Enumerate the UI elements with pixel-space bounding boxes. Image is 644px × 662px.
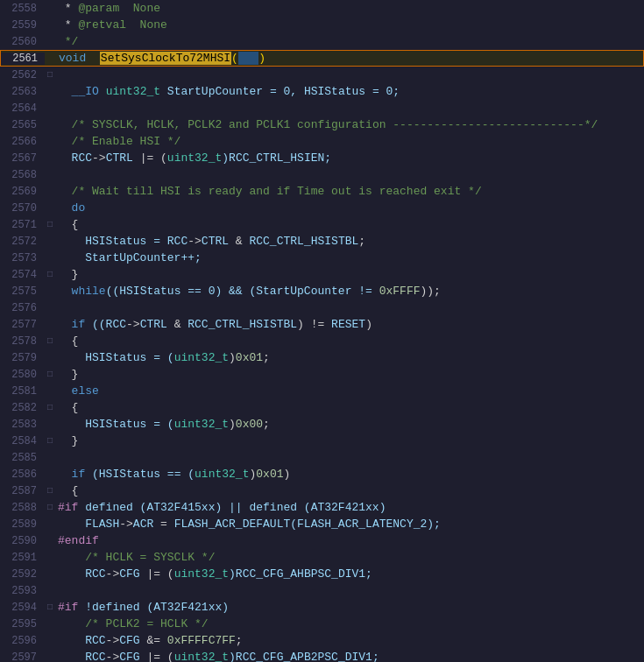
code-text: if ((RCC->CTRL & RCC_CTRL_HSISTBL) != RE… xyxy=(56,316,644,333)
code-editor[interactable]: 2558 * @param None2559 * @retval None256… xyxy=(0,0,644,662)
line-number: 2579 xyxy=(0,352,44,364)
line-number: 2563 xyxy=(0,86,44,98)
code-line[interactable]: 2585 xyxy=(0,449,644,466)
code-line[interactable]: 2586 if (HSIStatus == (uint32_t)0x01) xyxy=(0,466,644,482)
fold-icon[interactable]: □ xyxy=(44,403,56,412)
code-line[interactable]: 2589 FLASH->ACR = FLASH_ACR_DEFAULT(FLAS… xyxy=(0,516,644,532)
code-line[interactable]: 2595 /* PCLK2 = HCLK */ xyxy=(0,616,644,632)
fold-icon[interactable]: □ xyxy=(44,370,56,379)
code-text: { xyxy=(56,333,644,349)
code-line[interactable]: 2561void SetSysClockTo72MHSI( ) xyxy=(0,50,644,67)
line-number: 2587 xyxy=(0,485,44,497)
code-text: } xyxy=(56,366,644,383)
code-line[interactable]: 2587□ { xyxy=(0,482,644,499)
code-line[interactable]: 2593 xyxy=(0,582,644,599)
line-number: 2562 xyxy=(0,69,44,81)
line-number: 2590 xyxy=(0,535,44,547)
code-line[interactable]: 2594□#if !defined (AT32F421xx) xyxy=(0,599,644,616)
line-number: 2585 xyxy=(0,452,44,464)
code-text: { xyxy=(56,399,644,416)
code-line[interactable]: 2579 HSIStatus = (uint32_t)0x01; xyxy=(0,349,644,366)
code-text: } xyxy=(56,266,644,283)
code-line[interactable]: 2569 /* Wait till HSI is ready and if Ti… xyxy=(0,183,644,200)
code-line[interactable]: 2582□ { xyxy=(0,399,644,416)
code-text: RCC->CFG |= (uint32_t)RCC_CFG_APB2PSC_DI… xyxy=(56,649,644,662)
code-line[interactable]: 2584□ } xyxy=(0,433,644,449)
code-line[interactable]: 2578□ { xyxy=(0,333,644,349)
code-line[interactable]: 2581 else xyxy=(0,383,644,399)
code-text: __IO uint32_t StartUpCounter = 0, HSISta… xyxy=(56,83,644,100)
code-line[interactable]: 2560 */ xyxy=(0,33,644,50)
code-line[interactable]: 2572 HSIStatus = RCC->CTRL & RCC_CTRL_HS… xyxy=(0,233,644,250)
code-text: /* SYSCLK, HCLK, PCLK2 and PCLK1 configu… xyxy=(56,116,644,133)
fold-icon[interactable]: □ xyxy=(44,336,56,346)
code-line[interactable]: 2565 /* SYSCLK, HCLK, PCLK2 and PCLK1 co… xyxy=(0,116,644,133)
fold-icon[interactable]: □ xyxy=(44,602,56,612)
code-line[interactable]: 2559 * @retval None xyxy=(0,17,644,33)
code-line[interactable]: 2574□ } xyxy=(0,266,644,283)
code-line[interactable]: 2573 StartUpCounter++; xyxy=(0,250,644,266)
line-number: 2580 xyxy=(0,369,44,381)
code-line[interactable]: 2576 xyxy=(0,299,644,316)
line-number: 2559 xyxy=(0,19,44,32)
line-number: 2572 xyxy=(0,236,44,248)
fold-icon[interactable]: □ xyxy=(44,436,56,446)
code-text: FLASH->ACR = FLASH_ACR_DEFAULT(FLASH_ACR… xyxy=(56,516,644,532)
code-line[interactable]: 2592 RCC->CFG |= (uint32_t)RCC_CFG_AHBPS… xyxy=(0,566,644,582)
fold-icon[interactable]: □ xyxy=(44,70,56,80)
code-line[interactable]: 2562□ xyxy=(0,67,644,83)
code-text: #if !defined (AT32F421xx) xyxy=(56,599,644,616)
line-number: 2592 xyxy=(0,568,44,581)
code-line[interactable]: 2568 xyxy=(0,166,644,183)
code-line[interactable]: 2588□#if defined (AT32F415xx) || defined… xyxy=(0,499,644,516)
line-number: 2564 xyxy=(0,102,44,115)
fold-icon[interactable]: □ xyxy=(44,270,56,279)
code-text: { xyxy=(56,482,644,499)
line-number: 2568 xyxy=(0,169,44,181)
line-number: 2569 xyxy=(0,186,44,198)
code-line[interactable]: 2558 * @param None xyxy=(0,0,644,17)
fold-icon[interactable]: □ xyxy=(44,220,56,229)
code-text: while((HSIStatus == 0) && (StartUpCounte… xyxy=(56,283,644,299)
code-text: */ xyxy=(56,33,644,50)
code-line[interactable]: 2580□ } xyxy=(0,366,644,383)
code-line[interactable]: 2571□ { xyxy=(0,216,644,233)
line-number: 2578 xyxy=(0,335,44,348)
line-number: 2567 xyxy=(0,152,44,165)
line-number: 2584 xyxy=(0,435,44,447)
code-line[interactable]: 2567 RCC->CTRL |= (uint32_t)RCC_CTRL_HSI… xyxy=(0,150,644,166)
line-number: 2582 xyxy=(0,402,44,414)
code-line[interactable]: 2591 /* HCLK = SYSCLK */ xyxy=(0,549,644,566)
code-line[interactable]: 2590#endif xyxy=(0,532,644,549)
code-line[interactable]: 2563 __IO uint32_t StartUpCounter = 0, H… xyxy=(0,83,644,100)
code-line[interactable]: 2597 RCC->CFG |= (uint32_t)RCC_CFG_APB2P… xyxy=(0,649,644,662)
line-number: 2566 xyxy=(0,136,44,148)
line-number: 2577 xyxy=(0,319,44,331)
line-number: 2575 xyxy=(0,285,44,298)
line-number: 2594 xyxy=(0,602,44,614)
fold-icon[interactable]: □ xyxy=(44,486,56,496)
code-line[interactable]: 2575 while((HSIStatus == 0) && (StartUpC… xyxy=(0,283,644,299)
code-line[interactable]: 2564 xyxy=(0,100,644,116)
code-line[interactable]: 2570 do xyxy=(0,200,644,216)
fold-icon[interactable]: □ xyxy=(44,503,56,512)
code-text: /* Enable HSI */ xyxy=(56,133,644,150)
code-text: HSIStatus = RCC->CTRL & RCC_CTRL_HSISTBL… xyxy=(56,233,644,250)
code-text: StartUpCounter++; xyxy=(56,250,644,266)
code-text: void SetSysClockTo72MHSI( ) xyxy=(57,50,643,67)
code-text: HSIStatus = (uint32_t)0x00; xyxy=(56,416,644,433)
code-text: HSIStatus = (uint32_t)0x01; xyxy=(56,349,644,366)
code-line[interactable]: 2577 if ((RCC->CTRL & RCC_CTRL_HSISTBL) … xyxy=(0,316,644,333)
code-line[interactable]: 2566 /* Enable HSI */ xyxy=(0,133,644,150)
line-number: 2573 xyxy=(0,252,44,264)
line-number: 2574 xyxy=(0,269,44,281)
line-number: 2591 xyxy=(0,552,44,564)
line-number: 2561 xyxy=(1,53,45,65)
code-line[interactable]: 2583 HSIStatus = (uint32_t)0x00; xyxy=(0,416,644,433)
line-number: 2595 xyxy=(0,618,44,630)
line-number: 2596 xyxy=(0,635,44,647)
line-number: 2571 xyxy=(0,219,44,231)
line-number: 2597 xyxy=(0,651,44,663)
code-line[interactable]: 2596 RCC->CFG &= 0xFFFFC7FF; xyxy=(0,632,644,649)
code-text: #endif xyxy=(56,532,644,549)
